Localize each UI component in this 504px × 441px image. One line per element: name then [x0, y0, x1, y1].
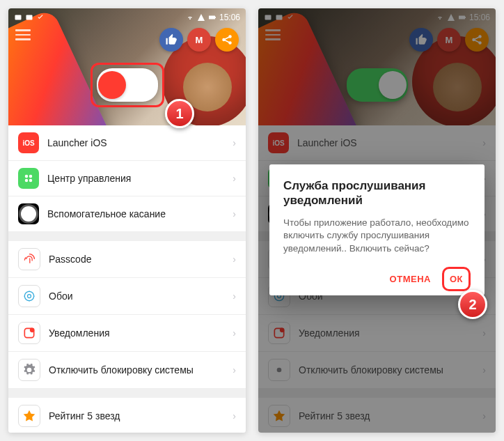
chevron-right-icon: › [233, 254, 236, 265]
notification-service-dialog: Служба прослушивания уведомлений Чтобы п… [269, 164, 485, 295]
signal-icon [197, 13, 205, 22]
list-group-2: Passcode › Обои › Уведомления › [8, 241, 246, 388]
assistive-touch-icon [18, 203, 39, 224]
dialog-actions: ОТМЕНА ОК [283, 267, 471, 291]
thumbs-up-icon [165, 33, 178, 46]
svg-point-12 [28, 295, 31, 298]
mail-icon: M [196, 35, 203, 45]
menu-icon[interactable] [15, 29, 31, 40]
row-rating[interactable]: Рейтинг 5 звезд › [8, 398, 246, 433]
header-actions: M [159, 28, 239, 52]
status-left [14, 13, 45, 22]
cancel-button[interactable]: ОТМЕНА [383, 267, 438, 291]
row-launcher-ios[interactable]: iOS Launcher iOS › [8, 125, 246, 160]
row-assistive-touch[interactable]: Вспомогательное касание › [8, 196, 246, 231]
main-toggle[interactable] [97, 68, 158, 102]
star-icon [18, 405, 40, 427]
chevron-right-icon: › [233, 291, 236, 302]
status-right: 15:06 [186, 13, 240, 22]
row-label: Вспомогательное касание [47, 208, 233, 219]
wallpaper-icon [18, 285, 40, 307]
row-label: Центр управления [47, 173, 233, 184]
like-button[interactable] [159, 28, 183, 52]
step-badge-2: 2 [458, 290, 487, 319]
phone-screen-left: 15:06 M 1 iOS Launcher iOS [8, 8, 246, 433]
share-button[interactable] [215, 28, 239, 52]
svg-rect-3 [215, 17, 216, 18]
settings-list: iOS Launcher iOS › Центр управления › Вс… [8, 125, 246, 433]
ok-button[interactable]: ОК [442, 267, 471, 291]
row-label: Рейтинг 5 звезд [49, 410, 233, 421]
ios-icon: iOS [18, 132, 39, 153]
row-passcode[interactable]: Passcode › [8, 241, 246, 277]
row-label: Уведомления [49, 327, 233, 339]
chevron-right-icon: › [233, 173, 236, 184]
list-group-1: iOS Launcher iOS › Центр управления › Вс… [8, 125, 246, 231]
row-notifications[interactable]: Уведомления › [8, 314, 246, 351]
fingerprint-icon [18, 248, 40, 270]
gmail-button[interactable]: M [187, 28, 211, 52]
svg-point-7 [25, 175, 29, 178]
dialog-title: Служба прослушивания уведомлений [283, 178, 471, 208]
svg-point-8 [29, 175, 33, 178]
chevron-right-icon: › [233, 410, 236, 421]
phone-screen-right: 15:06 M iOS Launcher iOS › [258, 8, 496, 433]
battery-icon [208, 13, 216, 22]
svg-rect-1 [26, 15, 33, 20]
share-icon [221, 33, 233, 46]
chevron-right-icon: › [233, 364, 236, 376]
svg-rect-0 [15, 15, 22, 20]
chevron-right-icon: › [233, 137, 236, 148]
row-control-center[interactable]: Центр управления › [8, 160, 246, 196]
svg-point-14 [31, 328, 34, 332]
chevron-right-icon: › [233, 208, 236, 219]
wifi-icon [186, 13, 194, 22]
chevron-right-icon: › [233, 327, 236, 339]
gear-icon [18, 359, 40, 381]
photo-icon [14, 13, 22, 22]
svg-rect-2 [209, 16, 215, 20]
photo-icon [25, 13, 33, 22]
row-disable-lock[interactable]: Отключить блокировку системы › [8, 351, 246, 388]
check-icon [36, 13, 45, 22]
row-label: Passcode [49, 254, 233, 265]
svg-point-10 [29, 179, 33, 183]
dialog-body: Чтобы приложение работало, необходимо вк… [283, 217, 471, 256]
status-time: 15:06 [219, 13, 240, 22]
step-badge-1: 1 [165, 99, 194, 128]
row-label: Отключить блокировку системы [49, 364, 233, 376]
list-group-3: Рейтинг 5 звезд › [8, 398, 246, 433]
control-center-icon [18, 168, 39, 189]
row-wallpaper[interactable]: Обои › [8, 277, 246, 314]
toggle-knob [98, 71, 126, 99]
notification-icon [18, 322, 40, 344]
svg-point-11 [24, 291, 33, 300]
svg-point-9 [25, 179, 29, 183]
row-label: Launcher iOS [47, 137, 233, 148]
status-bar: 15:06 [8, 8, 246, 26]
row-label: Обои [49, 291, 233, 302]
